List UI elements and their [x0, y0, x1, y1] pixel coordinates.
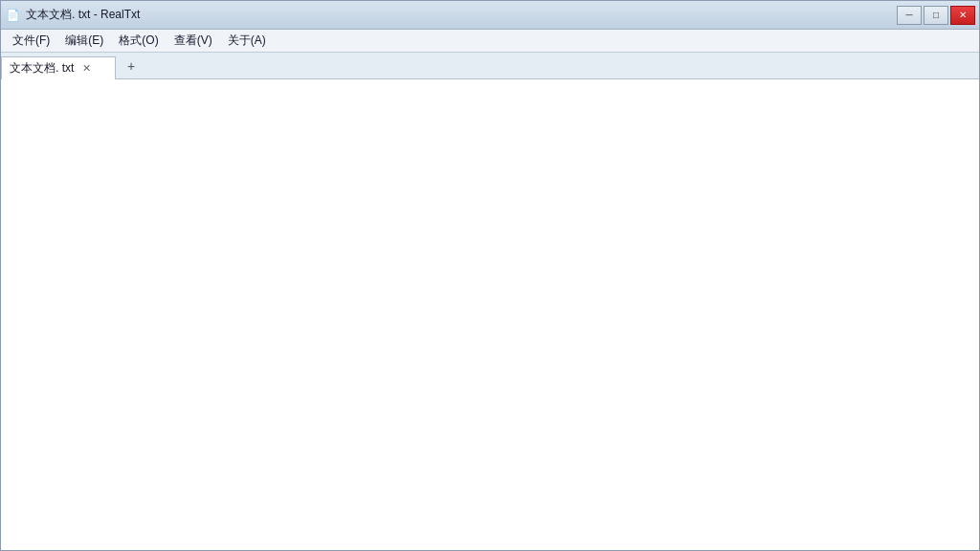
close-button[interactable]: ✕	[950, 6, 975, 25]
tab-label: 文本文档. txt	[10, 60, 74, 77]
menu-format[interactable]: 格式(O)	[111, 31, 166, 51]
tab-close-button[interactable]: ✕	[79, 62, 93, 76]
new-tab-button[interactable]: +	[120, 55, 143, 77]
menu-file[interactable]: 文件(F)	[5, 31, 57, 51]
active-tab[interactable]: 文本文档. txt ✕	[1, 56, 116, 79]
restore-button[interactable]: □	[924, 6, 948, 25]
window-controls: ─ □ ✕	[897, 6, 975, 25]
app-window: 📄 文本文档. txt - RealTxt ─ □ ✕ 文件(F) 编辑(E) …	[0, 0, 980, 551]
app-icon: 📄	[5, 8, 20, 23]
title-bar: 📄 文本文档. txt - RealTxt ─ □ ✕	[1, 1, 979, 30]
menu-edit[interactable]: 编辑(E)	[57, 31, 111, 51]
minimize-button[interactable]: ─	[897, 6, 922, 25]
text-editor[interactable]	[1, 79, 979, 550]
window-title: 文本文档. txt - RealTxt	[26, 7, 140, 23]
tab-bar: 文本文档. txt ✕ +	[1, 53, 979, 79]
menu-about[interactable]: 关于(A)	[220, 31, 274, 51]
menu-bar: 文件(F) 编辑(E) 格式(O) 查看(V) 关于(A)	[1, 30, 979, 53]
title-bar-left: 📄 文本文档. txt - RealTxt	[5, 7, 140, 23]
menu-view[interactable]: 查看(V)	[167, 31, 220, 51]
